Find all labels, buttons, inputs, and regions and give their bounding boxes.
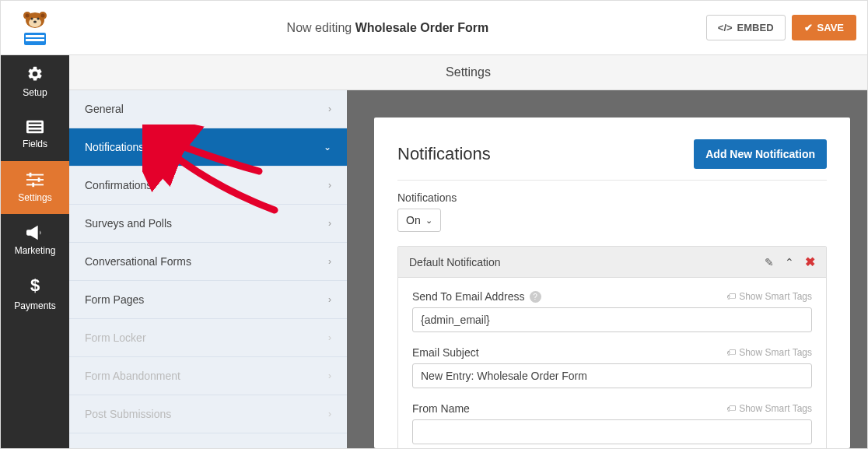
smart-tags-link[interactable]: 🏷Show Smart Tags xyxy=(726,291,812,302)
from-name-label: From Name xyxy=(412,402,470,415)
toggle-value: On xyxy=(406,214,421,226)
sidebar-primary: Setup Fields Settings Marketing $ Paymen… xyxy=(1,55,69,449)
settings-header: Settings xyxy=(69,55,867,90)
check-icon: ✔ xyxy=(804,22,813,33)
svg-rect-17 xyxy=(26,179,44,181)
nav-setup[interactable]: Setup xyxy=(1,55,69,108)
svg-rect-16 xyxy=(26,174,44,176)
embed-button[interactable]: </> EMBED xyxy=(706,15,786,40)
notifications-toggle[interactable]: On ⌄ xyxy=(397,209,441,232)
nav-fields-label: Fields xyxy=(23,139,47,149)
sidebar-item-conversational[interactable]: Conversational Forms› xyxy=(69,243,347,281)
sidebar-item-general[interactable]: General› xyxy=(69,90,347,128)
sidebar-item-form-pages[interactable]: Form Pages› xyxy=(69,281,347,319)
editing-prefix: Now editing xyxy=(287,21,352,34)
help-icon[interactable]: ? xyxy=(530,291,541,303)
dollar-icon: $ xyxy=(30,275,40,296)
chevron-right-icon: › xyxy=(328,103,331,114)
sidebar-item-label: Conversational Forms xyxy=(85,255,191,268)
field-send-to: Send To Email Address ? 🏷Show Smart Tags xyxy=(412,290,812,332)
sliders-icon xyxy=(26,172,44,188)
chevron-right-icon: › xyxy=(328,180,331,191)
send-to-input[interactable] xyxy=(412,307,812,332)
smart-tags-link[interactable]: 🏷Show Smart Tags xyxy=(726,347,812,358)
sidebar-item-confirmations[interactable]: Confirmations› xyxy=(69,167,347,205)
list-icon xyxy=(26,120,44,134)
bear-logo-icon xyxy=(16,9,54,47)
pencil-icon[interactable]: ✎ xyxy=(765,256,774,268)
sidebar-item-label: General xyxy=(85,103,124,115)
svg-point-8 xyxy=(33,20,37,23)
panel-title: Notifications xyxy=(397,144,491,164)
chevron-right-icon: › xyxy=(328,332,331,343)
send-to-label: Send To Email Address ? xyxy=(412,290,541,303)
chevron-up-icon[interactable]: ⌃ xyxy=(785,256,794,268)
panel-head: Notifications Add New Notification xyxy=(397,139,827,181)
chevron-right-icon: › xyxy=(328,256,331,267)
nav-payments-label: Payments xyxy=(14,300,55,311)
sidebar-item-label: Form Locker xyxy=(85,331,146,344)
nav-payments[interactable]: $ Payments xyxy=(1,267,69,320)
svg-rect-14 xyxy=(29,126,42,128)
notifications-panel: Notifications Add New Notification Notif… xyxy=(374,118,850,448)
nav-fields[interactable]: Fields xyxy=(1,108,69,161)
tag-icon: 🏷 xyxy=(726,347,736,358)
svg-rect-11 xyxy=(26,39,44,41)
close-icon[interactable]: ✖ xyxy=(805,254,815,269)
chevron-right-icon: › xyxy=(328,370,331,381)
sidebar-item-notifications[interactable]: Notifications⌄ xyxy=(69,128,347,167)
toggle-label: Notifications xyxy=(397,191,827,204)
svg-point-3 xyxy=(26,13,30,17)
tag-icon: 🏷 xyxy=(726,291,736,302)
nav-marketing-label: Marketing xyxy=(15,245,56,256)
svg-point-4 xyxy=(41,13,45,17)
form-name: Wholesale Order Form xyxy=(355,21,489,34)
code-icon: </> xyxy=(718,22,733,33)
add-notification-button[interactable]: Add New Notification xyxy=(694,139,827,169)
subject-input[interactable] xyxy=(412,363,812,388)
svg-rect-19 xyxy=(30,173,32,177)
topbar: Now editing Wholesale Order Form </> EMB… xyxy=(1,1,867,55)
sidebar-item-label: Surveys and Polls xyxy=(85,217,172,230)
svg-rect-18 xyxy=(26,184,44,186)
svg-rect-13 xyxy=(29,123,42,125)
nav-setup-label: Setup xyxy=(23,87,47,98)
sidebar-item-form-locker[interactable]: Form Locker› xyxy=(69,319,347,357)
topbar-title: Now editing Wholesale Order Form xyxy=(69,21,706,35)
svg-point-6 xyxy=(31,17,33,19)
nav-marketing[interactable]: Marketing xyxy=(1,214,69,267)
card-title: Default Notification xyxy=(409,256,501,268)
sidebar-item-surveys[interactable]: Surveys and Polls› xyxy=(69,205,347,243)
sidebar-secondary: General› Notifications⌄ Confirmations› S… xyxy=(69,90,347,449)
save-button[interactable]: ✔ SAVE xyxy=(792,15,856,40)
top-actions: </> EMBED ✔ SAVE xyxy=(706,15,867,40)
canvas: Notifications Add New Notification Notif… xyxy=(347,90,867,448)
chevron-right-icon: › xyxy=(328,294,331,305)
sidebar-item-label: Post Submissions xyxy=(85,408,171,420)
sidebar-item-label: Confirmations xyxy=(85,179,152,191)
field-subject: Email Subject 🏷Show Smart Tags xyxy=(412,346,812,388)
bullhorn-icon xyxy=(26,225,44,240)
sidebar-item-label: Form Abandonment xyxy=(85,370,180,382)
smart-tags-link[interactable]: 🏷Show Smart Tags xyxy=(726,403,812,414)
field-from-name: From Name 🏷Show Smart Tags xyxy=(412,402,812,444)
nav-settings-label: Settings xyxy=(18,192,51,203)
from-name-input[interactable] xyxy=(412,419,812,444)
gear-icon xyxy=(26,65,44,82)
nav-settings[interactable]: Settings xyxy=(1,161,69,214)
svg-point-7 xyxy=(37,17,40,19)
chevron-down-icon: ⌄ xyxy=(425,216,432,226)
sidebar-item-post-submissions[interactable]: Post Submissions› xyxy=(69,395,347,433)
chevron-right-icon: › xyxy=(328,409,331,419)
card-body: Send To Email Address ? 🏷Show Smart Tags… xyxy=(398,278,826,448)
chevron-right-icon: › xyxy=(328,218,331,229)
tag-icon: 🏷 xyxy=(726,403,736,414)
svg-rect-21 xyxy=(32,183,34,188)
svg-rect-15 xyxy=(29,130,42,132)
brand-logo[interactable] xyxy=(1,1,69,55)
card-actions: ✎ ⌃ ✖ xyxy=(765,254,815,269)
sidebar-item-form-abandonment[interactable]: Form Abandonment› xyxy=(69,357,347,395)
svg-rect-20 xyxy=(38,177,40,182)
card-head: Default Notification ✎ ⌃ ✖ xyxy=(398,247,826,278)
subject-label: Email Subject xyxy=(412,346,479,359)
